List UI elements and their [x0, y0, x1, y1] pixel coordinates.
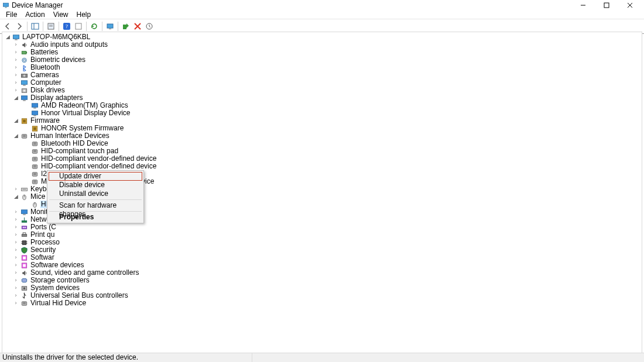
- tree-node[interactable]: ›Universal Serial Bus controllers: [2, 292, 642, 299]
- expand-toggle[interactable]: ›: [13, 278, 19, 284]
- tree-node[interactable]: ›Print qu: [2, 231, 642, 239]
- enable-button[interactable]: [121, 21, 131, 32]
- expand-toggle[interactable]: ›: [13, 247, 19, 253]
- disk-icon: [20, 87, 28, 94]
- expand-toggle[interactable]: ›: [13, 80, 19, 86]
- tree-node[interactable]: ›Disk drives: [2, 87, 642, 94]
- bluetooth-icon: [20, 64, 28, 71]
- expand-toggle[interactable]: ›: [13, 301, 19, 306]
- refresh-button[interactable]: [89, 21, 100, 32]
- app-icon: [2, 2, 9, 9]
- scan-button[interactable]: [105, 21, 115, 32]
- expand-toggle[interactable]: ›: [13, 285, 19, 291]
- svg-rect-37: [33, 115, 36, 116]
- toggle-placeholder: [23, 149, 29, 154]
- collapse-toggle[interactable]: ◢: [13, 194, 19, 200]
- hid-icon: [30, 163, 39, 170]
- menu-view[interactable]: View: [50, 11, 72, 19]
- collapse-toggle[interactable]: ◢: [13, 133, 19, 139]
- menu-action[interactable]: Action: [22, 11, 48, 19]
- expand-toggle[interactable]: ›: [13, 225, 19, 230]
- toggle-placeholder: [23, 111, 29, 116]
- svg-rect-21: [15, 39, 18, 40]
- show-hide-tree-button[interactable]: [30, 21, 40, 32]
- toggle-placeholder: [23, 164, 29, 170]
- svg-point-74: [23, 227, 24, 228]
- context-menu-item[interactable]: Properties: [49, 213, 142, 222]
- svg-point-90: [23, 292, 25, 294]
- context-menu-item[interactable]: Update driver: [49, 172, 142, 181]
- maximize-button[interactable]: [595, 0, 618, 10]
- forward-button[interactable]: [14, 21, 25, 32]
- expand-toggle[interactable]: ›: [13, 57, 19, 63]
- tree-node[interactable]: ›Biometric devices: [2, 56, 642, 64]
- svg-rect-15: [109, 29, 111, 29]
- tree-node[interactable]: ›Storage controllers: [2, 277, 642, 284]
- system-icon: [20, 285, 28, 292]
- battery-icon: [20, 49, 28, 56]
- computer-icon: [12, 34, 20, 41]
- context-menu-separator: [49, 199, 142, 200]
- tree-node[interactable]: ›Batteries: [2, 49, 642, 56]
- collapse-toggle[interactable]: ◢: [5, 35, 11, 40]
- context-menu-item[interactable]: Scan for hardware changes: [49, 201, 142, 210]
- tree-node[interactable]: ›Sound, video and game controllers: [2, 269, 642, 277]
- svg-rect-34: [32, 103, 37, 106]
- tree-node[interactable]: ›Security: [2, 246, 642, 254]
- tree-node[interactable]: Honor Virtual Display Device: [2, 109, 642, 117]
- close-button[interactable]: [618, 0, 642, 10]
- tree-node[interactable]: ›Processo: [2, 239, 642, 246]
- svg-point-89: [23, 287, 25, 289]
- title-bar: Device Manager: [0, 0, 644, 10]
- expand-toggle[interactable]: ›: [13, 73, 19, 78]
- tree-node[interactable]: ›Audio inputs and outputs: [2, 41, 642, 49]
- expand-toggle[interactable]: ›: [13, 232, 19, 238]
- tree-node[interactable]: ›Cameras: [2, 71, 642, 79]
- collapse-toggle[interactable]: ◢: [13, 118, 19, 124]
- minimize-button[interactable]: [571, 0, 595, 10]
- svg-point-25: [23, 59, 25, 61]
- expand-toggle[interactable]: ›: [13, 263, 19, 268]
- properties-button[interactable]: [46, 21, 56, 32]
- network-icon: [20, 216, 28, 223]
- context-menu-item[interactable]: Disable device: [49, 181, 142, 189]
- svg-point-27: [23, 74, 25, 77]
- menu-file[interactable]: File: [2, 11, 20, 19]
- window-title: Device Manager: [12, 1, 63, 9]
- expand-toggle[interactable]: ›: [13, 270, 19, 276]
- expand-toggle[interactable]: ›: [13, 50, 19, 56]
- expand-toggle[interactable]: ›: [13, 42, 19, 48]
- expand-toggle[interactable]: ›: [13, 187, 19, 192]
- expand-toggle[interactable]: ›: [13, 209, 19, 215]
- expand-toggle[interactable]: ›: [13, 217, 19, 223]
- update-driver-button[interactable]: [144, 21, 155, 32]
- expand-toggle[interactable]: ›: [13, 65, 19, 71]
- back-button[interactable]: [2, 21, 13, 32]
- toggle-placeholder: [23, 179, 29, 185]
- expand-toggle[interactable]: ›: [13, 240, 19, 246]
- uninstall-button[interactable]: [132, 21, 143, 32]
- tree-node[interactable]: ›Bluetooth: [2, 64, 642, 71]
- tree-node[interactable]: ›Computer: [2, 79, 642, 87]
- tree-node-label: Virtual Hid Device: [30, 299, 87, 307]
- expand-toggle[interactable]: ›: [13, 293, 19, 299]
- tree-node[interactable]: ›Virtual Hid Device: [2, 299, 642, 307]
- expand-toggle[interactable]: ›: [13, 255, 19, 261]
- svg-rect-78: [22, 240, 26, 244]
- collapse-toggle[interactable]: ◢: [13, 95, 19, 101]
- svg-rect-6: [32, 23, 39, 29]
- context-menu: Update driverDisable deviceUninstall dev…: [47, 170, 144, 223]
- menu-help[interactable]: Help: [73, 11, 95, 19]
- action-button[interactable]: [73, 21, 84, 32]
- svg-rect-73: [22, 226, 26, 229]
- tree-node[interactable]: ›Ports (C: [2, 223, 642, 231]
- usb-icon: [20, 292, 28, 299]
- help-button[interactable]: ?: [61, 21, 72, 32]
- printer-icon: [20, 232, 28, 239]
- tree-node[interactable]: HID-compliant vendor-defined device: [2, 163, 642, 170]
- expand-toggle[interactable]: ›: [13, 88, 19, 94]
- tree-node[interactable]: ›Softwar: [2, 254, 642, 261]
- svg-rect-0: [4, 3, 9, 6]
- context-menu-item[interactable]: Uninstall device: [49, 189, 142, 198]
- toggle-placeholder: [23, 156, 29, 162]
